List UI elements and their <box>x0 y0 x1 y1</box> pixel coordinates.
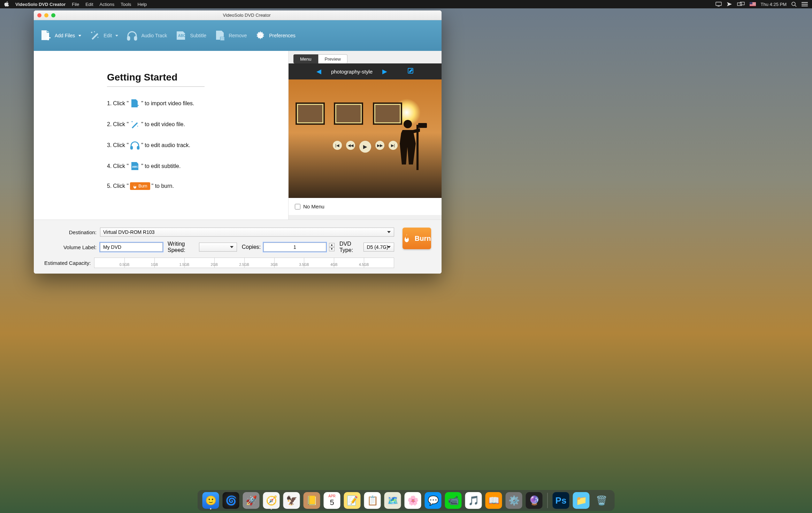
writing-speed-select[interactable] <box>199 243 237 252</box>
svg-rect-2 <box>740 2 744 5</box>
volume-label-label: Volume Label: <box>44 244 97 250</box>
toolbar-remove[interactable]: Remove <box>215 30 247 41</box>
step-number: 4. <box>107 163 112 169</box>
burn-chip: Burn <box>130 182 150 190</box>
no-menu-checkbox[interactable] <box>295 204 300 209</box>
svg-point-10 <box>792 2 795 6</box>
headphones-icon <box>127 30 138 41</box>
toolbar-subtitle-label: Subtitle <box>190 33 206 38</box>
dock-folder[interactable]: 📁 <box>573 492 590 509</box>
step-pre: Click " <box>113 121 129 128</box>
menubar-tools[interactable]: Tools <box>121 2 131 7</box>
next-style-button[interactable]: ▶ <box>382 68 387 75</box>
preview-forward-button[interactable]: ▶▶ <box>375 141 384 150</box>
dock-itunes[interactable]: 🎵 <box>465 492 482 509</box>
svg-point-21 <box>94 31 95 32</box>
svg-rect-35 <box>418 123 427 128</box>
copies-label: Copies: <box>242 244 261 250</box>
svg-rect-9 <box>750 2 752 4</box>
dock-photoshop[interactable]: Ps <box>553 492 569 509</box>
volume-label-input[interactable] <box>100 243 163 252</box>
step-post: " to burn. <box>152 183 174 189</box>
dock-mail[interactable]: 🦅 <box>283 492 300 509</box>
dock-finder[interactable]: 🙂 <box>202 492 219 509</box>
tab-preview[interactable]: Preview <box>318 54 347 63</box>
window-close-button[interactable] <box>37 13 41 17</box>
capacity-tick-label: 1GB <box>151 263 158 267</box>
dock-safari[interactable]: 🧭 <box>263 492 280 509</box>
copies-stepper[interactable]: ▲▼ <box>329 243 335 251</box>
menu-list-icon[interactable] <box>802 2 808 7</box>
preview-first-button[interactable]: |◀ <box>333 141 342 150</box>
copies-input[interactable] <box>263 243 326 252</box>
dock-separator <box>547 493 548 508</box>
menubar-actions[interactable]: Actions <box>100 2 115 7</box>
dvd-type-select[interactable]: D5 (4.7G) <box>363 243 394 252</box>
menubar-app-name[interactable]: VideoSolo DVD Creator <box>15 2 66 7</box>
dock-sysprefs[interactable]: ⚙️ <box>506 492 522 509</box>
menubar-help[interactable]: Help <box>138 2 147 7</box>
svg-rect-30 <box>131 146 132 149</box>
edit-wand-icon <box>90 30 100 41</box>
dock-messages[interactable]: 💬 <box>425 492 442 509</box>
cal-day: 5 <box>330 498 334 507</box>
flag-us-icon[interactable] <box>750 2 756 6</box>
svg-rect-22 <box>128 37 130 40</box>
destination-label: Destination: <box>44 229 97 235</box>
preview-rewind-button[interactable]: ◀◀ <box>346 141 355 150</box>
menubar-edit[interactable]: Edit <box>85 2 93 7</box>
dock-facetime[interactable]: 📹 <box>445 492 462 509</box>
dock-trash[interactable]: 🗑️ <box>593 492 610 509</box>
remove-file-icon <box>215 30 225 41</box>
ps-label: Ps <box>556 495 567 506</box>
prev-style-button[interactable]: ◀ <box>316 68 321 75</box>
toolbar-audio-track[interactable]: Audio Track <box>127 30 167 41</box>
menu-preview-image: |◀ ◀◀ ▶ ▶▶ ▶| <box>289 79 442 198</box>
dock-maps[interactable]: 🗺️ <box>384 492 401 509</box>
step-number: 1. <box>107 100 112 107</box>
burn-button[interactable]: Burn <box>403 228 431 249</box>
svg-rect-27 <box>136 104 137 107</box>
tab-menu[interactable]: Menu <box>293 54 318 63</box>
toolbar-subtitle[interactable]: ABC Subtitle <box>175 30 206 41</box>
svg-point-29 <box>137 126 138 127</box>
apple-icon[interactable] <box>4 1 9 7</box>
svg-rect-13 <box>802 6 808 6</box>
toolbar-preferences[interactable]: Preferences <box>255 30 295 41</box>
preview-controls: |◀ ◀◀ ▶ ▶▶ ▶| <box>289 141 442 153</box>
menubar-file[interactable]: File <box>72 2 79 7</box>
dock-contacts[interactable]: 📒 <box>304 492 320 509</box>
dock-reminders[interactable]: 📋 <box>364 492 381 509</box>
capacity-tick-label: 3GB <box>271 263 278 267</box>
getting-started-heading: Getting Started <box>107 72 274 83</box>
window-zoom-button[interactable] <box>51 13 55 17</box>
edit-wand-icon <box>130 120 140 129</box>
preview-last-button[interactable]: ▶| <box>389 141 398 150</box>
window-minimize-button[interactable] <box>44 13 48 17</box>
dock-notes[interactable]: 📝 <box>344 492 361 509</box>
dock-calendar[interactable]: APR5 <box>324 492 340 509</box>
getting-started-pane: Getting Started 1. Click " " to import v… <box>34 51 288 220</box>
toolbar-edit[interactable]: Edit <box>90 30 118 41</box>
add-files-icon <box>40 30 51 41</box>
dock-photos[interactable]: 🌸 <box>405 492 421 509</box>
dropdown-caret-icon <box>115 35 118 37</box>
dock-ibooks[interactable]: 📖 <box>485 492 502 509</box>
preview-play-button[interactable]: ▶ <box>359 141 371 153</box>
menubar-clock[interactable]: Thu 4:25 PM <box>761 2 787 7</box>
dock-app[interactable]: 🔮 <box>526 492 543 509</box>
dock-siri[interactable]: 🌀 <box>223 492 239 509</box>
arrow-icon[interactable] <box>727 2 732 7</box>
spotlight-icon[interactable] <box>791 2 797 7</box>
capacity-label: Estimated Capacity: <box>44 260 91 266</box>
heading-divider <box>107 86 205 87</box>
svg-rect-31 <box>137 146 139 149</box>
screens-icon[interactable] <box>737 2 745 7</box>
destination-select[interactable]: Virtual DVD-ROM R103 <box>100 228 394 237</box>
dock-launchpad[interactable]: 🚀 <box>243 492 260 509</box>
subtitle-icon: ABC <box>130 161 140 171</box>
display-icon[interactable] <box>715 2 722 7</box>
step-post: " to edit subtitle. <box>141 163 181 169</box>
edit-style-button[interactable] <box>407 68 414 75</box>
toolbar-add-files[interactable]: Add Files <box>40 30 81 41</box>
